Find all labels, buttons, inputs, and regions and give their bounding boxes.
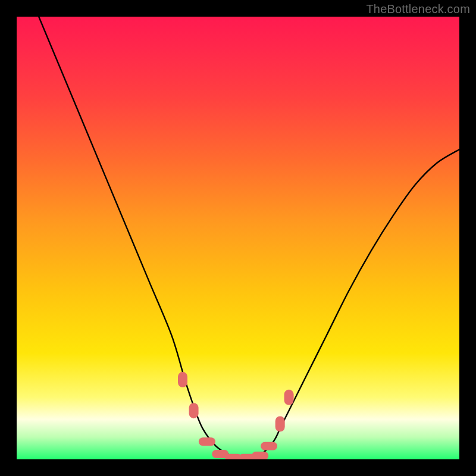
chart-svg — [17, 17, 459, 459]
bottleneck-curve-path — [39, 17, 459, 459]
curve-marker — [252, 452, 268, 459]
curve-marker — [189, 403, 199, 418]
curve-marker — [199, 437, 215, 446]
curve-marker — [284, 390, 294, 405]
plot-area — [17, 17, 459, 459]
watermark-text: TheBottleneck.com — [366, 2, 470, 16]
curve-marker — [261, 442, 277, 450]
curve-marker — [178, 372, 187, 387]
outer-frame: TheBottleneck.com — [0, 0, 476, 476]
curve-marker — [275, 416, 285, 431]
marker-group — [178, 372, 294, 459]
